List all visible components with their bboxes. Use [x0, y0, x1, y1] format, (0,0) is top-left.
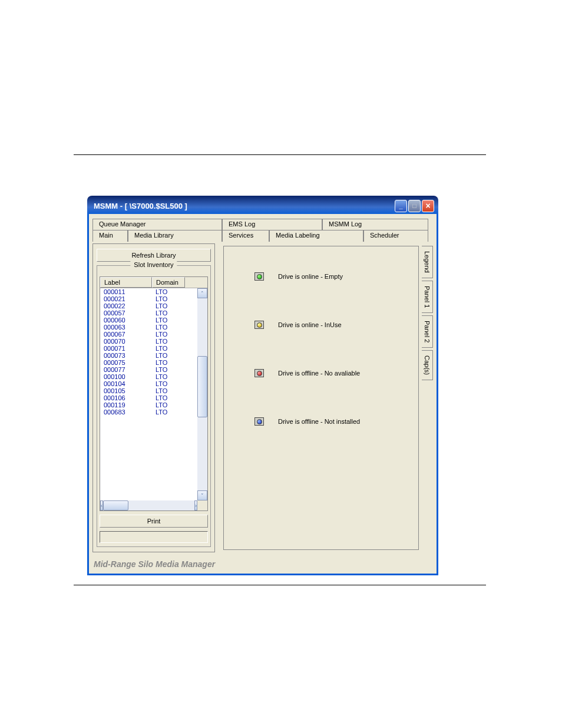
cell-label: 000011 — [100, 288, 152, 295]
cell-label: 000683 — [100, 409, 152, 416]
cell-domain: LTO — [152, 317, 185, 324]
cell-label: 000057 — [100, 309, 152, 317]
cell-domain: LTO — [152, 401, 185, 409]
legend-label: Drive is online - Empty — [278, 273, 343, 280]
cell-label: 000070 — [100, 338, 152, 345]
table-row[interactable]: 000021LTO — [100, 295, 197, 302]
table-row[interactable]: 000060LTO — [100, 317, 197, 324]
table-row[interactable]: 000022LTO — [100, 302, 197, 309]
cell-domain: LTO — [152, 324, 185, 331]
tab-ems-log[interactable]: EMS Log — [222, 219, 322, 230]
refresh-library-button[interactable]: Refresh Library — [97, 249, 211, 262]
page-divider-bottom — [74, 585, 486, 585]
scroll-thumb-horizontal[interactable] — [103, 500, 128, 510]
page-divider-top — [74, 154, 486, 155]
table-row[interactable]: 000073LTO — [100, 352, 197, 359]
scroll-track-vertical[interactable] — [197, 298, 207, 490]
minimize-button[interactable]: _ — [395, 200, 407, 212]
close-button[interactable]: × — [422, 200, 434, 212]
cell-domain: LTO — [152, 345, 185, 352]
table-row[interactable]: 000057LTO — [100, 309, 197, 317]
titlebar-buttons: _ □ × — [395, 200, 434, 212]
drive-icon-online-empty — [254, 272, 264, 281]
cell-label: 000022 — [100, 302, 152, 309]
tab-media-library[interactable]: Media Library — [128, 230, 222, 242]
tab-queue-manager[interactable]: Queue Manager — [92, 219, 222, 230]
table-row[interactable]: 000075LTO — [100, 359, 197, 366]
tabs-row-secondary: Queue Manager EMS Log MSMM Log — [92, 219, 433, 230]
cell-label: 000075 — [100, 359, 152, 366]
cell-domain: LTO — [152, 331, 185, 338]
cell-label: 000104 — [100, 380, 152, 387]
table-row[interactable]: 000077LTO — [100, 366, 197, 373]
print-button[interactable]: Print — [100, 515, 208, 528]
table-row[interactable]: 000104LTO — [100, 380, 197, 387]
tab-main[interactable]: Main — [92, 230, 128, 242]
slot-inventory-group: Slot Inventory Label Domain 000011LTO000… — [97, 265, 211, 547]
legend-label: Drive is offline - Not installed — [278, 418, 360, 425]
tab-msmm-log[interactable]: MSMM Log — [322, 219, 428, 230]
tabs-row-primary: Main Media Library Services Media Labeli… — [92, 230, 433, 242]
legend-item-online-inuse: Drive is online - InUse — [231, 318, 411, 331]
cell-domain: LTO — [152, 302, 185, 309]
table-row[interactable]: 000683LTO — [100, 409, 197, 416]
cell-domain: LTO — [152, 288, 185, 295]
table-header: Label Domain — [100, 277, 207, 288]
column-header-label[interactable]: Label — [100, 277, 152, 288]
table-row[interactable]: 000105LTO — [100, 387, 197, 394]
cell-label: 000021 — [100, 295, 152, 302]
table-row[interactable]: 000119LTO — [100, 401, 197, 409]
cell-label: 000063 — [100, 324, 152, 331]
cell-domain: LTO — [152, 387, 185, 394]
status-light-red-icon — [257, 371, 262, 376]
cell-domain: LTO — [152, 409, 185, 416]
cell-label: 000073 — [100, 352, 152, 359]
table-row[interactable]: 000106LTO — [100, 394, 197, 401]
scroll-thumb-vertical[interactable] — [197, 356, 207, 417]
vtab-caps[interactable]: Cap(s) — [422, 350, 433, 380]
legend-item-offline-noavail: Drive is offline - No avaliable — [231, 367, 411, 380]
app-window: MSMM - [ \S7000.$SL500 ] _ □ × Queue Man… — [87, 196, 438, 575]
cell-domain: LTO — [152, 359, 185, 366]
vertical-scrollbar[interactable]: ˄ ˅ — [197, 288, 207, 500]
table-row[interactable]: 000100LTO — [100, 373, 197, 380]
status-bar — [100, 531, 208, 543]
app-footer-title: Mid-Range Silo Media Manager — [94, 559, 215, 569]
cell-label: 000100 — [100, 373, 152, 380]
title-bar[interactable]: MSMM - [ \S7000.$SL500 ] _ □ × — [89, 197, 437, 214]
vtab-panel-2[interactable]: Panel 2 — [422, 315, 433, 348]
scroll-track-horizontal[interactable] — [103, 500, 194, 510]
chevron-left-icon: ‹ — [101, 503, 103, 509]
tab-scheduler[interactable]: Scheduler — [363, 230, 428, 242]
table-row[interactable]: 000071LTO — [100, 345, 197, 352]
cell-domain: LTO — [152, 295, 185, 302]
vtab-legend[interactable]: Legend — [422, 246, 433, 278]
slot-inventory-title: Slot Inventory — [130, 261, 177, 268]
maximize-icon: □ — [412, 202, 416, 209]
window-title: MSMM - [ \S7000.$SL500 ] — [94, 202, 187, 210]
table-row[interactable]: 000063LTO — [100, 324, 197, 331]
table-row[interactable]: 000070LTO — [100, 338, 197, 345]
chevron-up-icon: ˄ — [201, 291, 204, 297]
column-header-domain[interactable]: Domain — [152, 277, 185, 288]
drive-icon-offline-noavail — [254, 369, 264, 377]
scroll-up-button[interactable]: ˄ — [197, 288, 207, 298]
scroll-down-button[interactable]: ˅ — [197, 490, 207, 500]
vtab-panel-1[interactable]: Panel 1 — [422, 281, 433, 313]
media-library-panel: Refresh Library Slot Inventory Label Dom… — [92, 243, 433, 552]
tab-media-labeling[interactable]: Media Labeling — [269, 230, 363, 242]
legend-item-offline-notinstalled: Drive is offline - Not installed — [231, 415, 411, 428]
cell-label: 000071 — [100, 345, 152, 352]
horizontal-scrollbar[interactable]: ‹ › — [100, 500, 207, 510]
tab-services[interactable]: Services — [222, 230, 269, 242]
maximize-button: □ — [408, 200, 421, 212]
status-light-yellow-icon — [257, 322, 262, 328]
table-row[interactable]: 000011LTO — [100, 288, 197, 295]
table-row[interactable]: 000067LTO — [100, 331, 197, 338]
window-body: Queue Manager EMS Log MSMM Log Main Medi… — [89, 214, 437, 574]
chevron-down-icon: ˅ — [201, 493, 204, 499]
legend-item-online-empty: Drive is online - Empty — [231, 270, 411, 283]
table-body[interactable]: 000011LTO000021LTO000022LTO000057LTO0000… — [100, 288, 197, 500]
cell-label: 000077 — [100, 366, 152, 373]
cell-domain: LTO — [152, 352, 185, 359]
